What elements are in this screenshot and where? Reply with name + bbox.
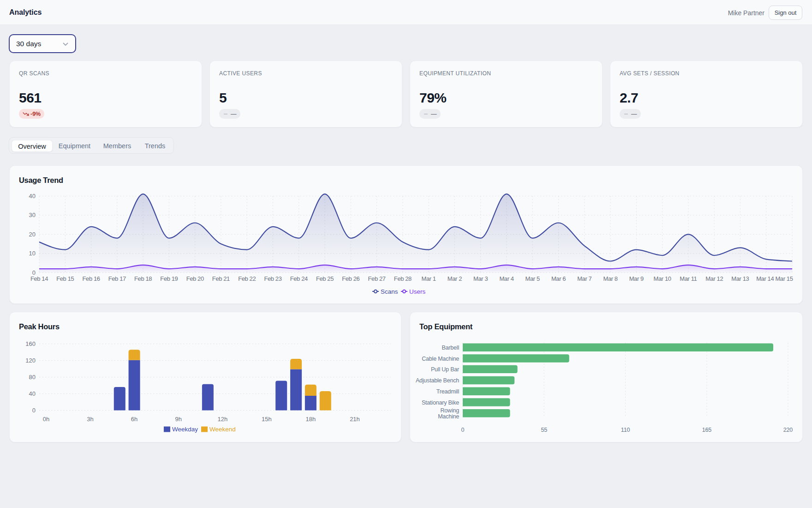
svg-text:Mar 3: Mar 3	[473, 275, 488, 282]
svg-text:Cable Machine: Cable Machine	[422, 356, 459, 362]
svg-text:Feb 26: Feb 26	[342, 275, 359, 282]
svg-text:Weekend: Weekend	[209, 426, 236, 433]
svg-text:21h: 21h	[350, 416, 360, 423]
svg-text:110: 110	[621, 427, 630, 433]
svg-text:Feb 19: Feb 19	[160, 275, 178, 282]
svg-text:12h: 12h	[217, 416, 227, 423]
svg-text:160: 160	[25, 340, 36, 347]
svg-text:3h: 3h	[87, 416, 93, 423]
svg-text:Mar 2: Mar 2	[448, 275, 462, 282]
svg-text:Feb 28: Feb 28	[394, 275, 412, 282]
svg-text:0: 0	[32, 407, 36, 414]
svg-text:30: 30	[29, 212, 36, 218]
svg-text:Stationary Bike: Stationary Bike	[422, 399, 459, 406]
svg-text:Feb 16: Feb 16	[83, 275, 100, 282]
svg-text:220: 220	[783, 427, 793, 433]
svg-text:40: 40	[29, 193, 36, 200]
svg-text:Treadmill: Treadmill	[436, 388, 459, 395]
svg-text:55: 55	[541, 427, 547, 433]
svg-text:Mar 8: Mar 8	[603, 275, 617, 282]
svg-text:Mar 11: Mar 11	[680, 275, 697, 282]
svg-text:Scans: Scans	[381, 288, 398, 295]
svg-text:Mar 5: Mar 5	[525, 275, 540, 282]
svg-text:Mar 15: Mar 15	[775, 275, 793, 282]
svg-text:Barbell: Barbell	[442, 345, 459, 351]
svg-text:10: 10	[29, 250, 36, 257]
svg-text:Mar 10: Mar 10	[654, 275, 671, 282]
svg-text:Mar 9: Mar 9	[629, 275, 644, 282]
svg-text:Mar 12: Mar 12	[705, 275, 723, 282]
svg-text:0h: 0h	[43, 416, 49, 423]
svg-text:Mar 1: Mar 1	[421, 275, 436, 282]
svg-text:Pull Up Bar: Pull Up Bar	[431, 366, 459, 373]
svg-text:9h: 9h	[175, 416, 181, 423]
svg-text:Feb 27: Feb 27	[368, 275, 386, 282]
svg-text:40: 40	[29, 390, 36, 397]
svg-text:Feb 25: Feb 25	[316, 275, 334, 282]
svg-text:Feb 20: Feb 20	[186, 275, 204, 282]
svg-text:6h: 6h	[131, 416, 137, 423]
svg-text:Feb 15: Feb 15	[56, 275, 74, 282]
svg-text:Mar 6: Mar 6	[551, 275, 566, 282]
svg-text:15h: 15h	[262, 416, 272, 423]
svg-text:Mar 13: Mar 13	[731, 275, 749, 282]
svg-text:18h: 18h	[306, 416, 316, 423]
svg-text:Feb 24: Feb 24	[290, 275, 308, 282]
svg-text:Feb 18: Feb 18	[134, 275, 152, 282]
svg-text:Feb 14: Feb 14	[30, 275, 48, 282]
svg-text:Feb 21: Feb 21	[212, 275, 230, 282]
svg-text:Machine: Machine	[438, 413, 459, 420]
svg-text:Feb 17: Feb 17	[108, 275, 126, 282]
svg-text:20: 20	[29, 231, 36, 238]
svg-text:Mar 4: Mar 4	[499, 275, 513, 282]
svg-text:Adjustable Bench: Adjustable Bench	[416, 377, 459, 384]
svg-text:Mar 14: Mar 14	[756, 275, 774, 282]
svg-text:120: 120	[25, 357, 36, 364]
svg-text:0: 0	[461, 427, 465, 433]
svg-text:Rowing: Rowing	[441, 407, 460, 414]
svg-text:165: 165	[702, 427, 712, 433]
svg-text:Feb 23: Feb 23	[264, 275, 281, 282]
svg-text:80: 80	[29, 374, 36, 381]
svg-text:Users: Users	[409, 288, 426, 295]
svg-text:Feb 22: Feb 22	[238, 275, 256, 282]
svg-text:Weekday: Weekday	[172, 426, 198, 433]
svg-text:Mar 7: Mar 7	[577, 275, 591, 282]
